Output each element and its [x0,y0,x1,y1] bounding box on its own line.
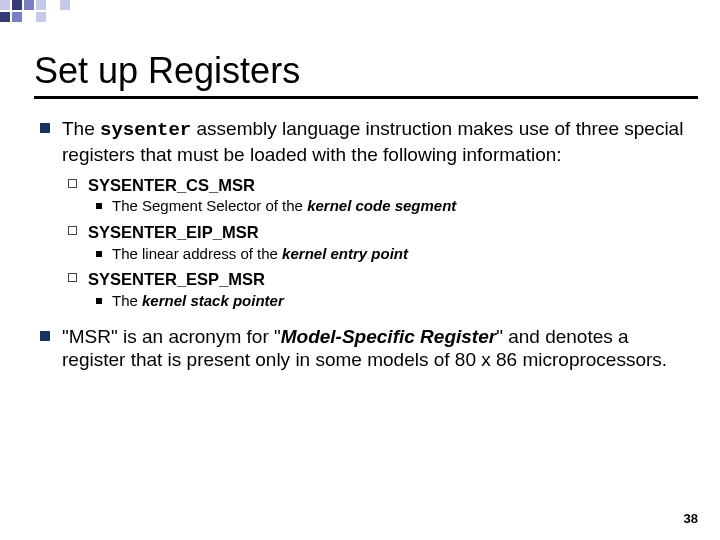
bullet-msr: "MSR" is an acronym for "Model-Specific … [34,325,690,373]
desc-emph: kernel entry point [282,245,408,262]
decor-square [24,12,34,22]
register-item: SYSENTER_EIP_MSR The linear address of t… [62,222,690,263]
intro-text-pre: The [62,118,100,139]
desc-emph: kernel stack pointer [142,292,284,309]
slide-title: Set up Registers [34,50,720,92]
intro-code: sysenter [100,119,191,141]
msr-emph: Model-Specific Register [281,326,496,347]
decor-square [12,12,22,22]
title-underline [34,96,698,99]
register-item: SYSENTER_CS_MSR The Segment Selector of … [62,175,690,216]
register-desc: The linear address of the kernel entry p… [88,245,690,264]
register-desc: The Segment Selector of the kernel code … [88,197,690,216]
decor-square [60,0,70,10]
decor-square [36,0,46,10]
desc-pre: The linear address of the [112,245,282,262]
register-name: SYSENTER_ESP_MSR [88,270,265,288]
corner-decoration [0,0,120,28]
decor-square [36,12,46,22]
decor-square [48,0,58,10]
decor-square [0,12,10,22]
decor-square [24,0,34,10]
page-number: 38 [684,511,698,526]
desc-emph: kernel code segment [307,197,456,214]
desc-pre: The Segment Selector of the [112,197,307,214]
desc-pre: The [112,292,142,309]
bullet-intro: The sysenter assembly language instructi… [34,117,690,311]
register-item: SYSENTER_ESP_MSR The kernel stack pointe… [62,269,690,310]
decor-square [0,0,10,10]
decor-square [12,0,22,10]
register-desc: The kernel stack pointer [88,292,690,311]
msr-pre: "MSR" is an acronym for " [62,326,281,347]
register-name: SYSENTER_CS_MSR [88,176,255,194]
register-name: SYSENTER_EIP_MSR [88,223,259,241]
slide-body: The sysenter assembly language instructi… [34,117,690,372]
